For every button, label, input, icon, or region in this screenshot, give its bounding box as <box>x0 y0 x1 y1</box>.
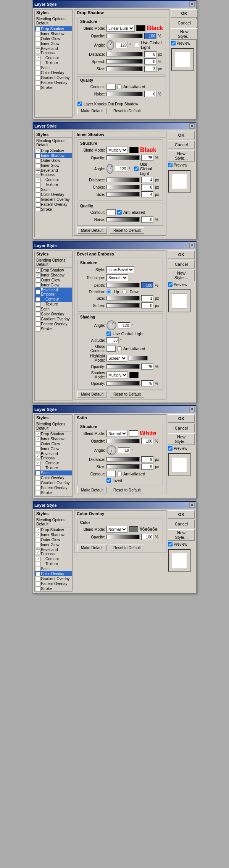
inner-glow-cb-4[interactable] <box>36 447 40 451</box>
satin-cb-2[interactable] <box>36 188 40 192</box>
style-gradient-overlay[interactable]: Gradient Overlay <box>35 75 72 80</box>
texture-cb-4[interactable] <box>36 466 40 470</box>
distance-slider-4[interactable] <box>106 457 140 462</box>
style-gradient-5[interactable]: Gradient Overlay <box>35 576 72 581</box>
drop-shadow-cb-2[interactable] <box>36 149 40 153</box>
inner-shadow-cb-4[interactable] <box>36 437 40 441</box>
angle-input-2[interactable] <box>115 166 127 172</box>
style-pattern-overlay[interactable]: Pattern Overlay <box>35 80 72 85</box>
color-overlay-cb-4[interactable] <box>36 476 40 480</box>
style-drop-shadow[interactable]: Drop Shadow <box>35 26 72 31</box>
opacity-slider[interactable] <box>106 34 143 38</box>
style-inner-shadow-3[interactable]: Inner Shadow <box>35 273 72 278</box>
close-button-3[interactable]: ✕ <box>189 243 195 248</box>
make-default-btn-5[interactable]: Make Default <box>77 545 107 551</box>
angle-input-3[interactable] <box>118 322 130 328</box>
gradient-overlay-checkbox[interactable] <box>36 76 40 80</box>
blend-mode-select-5[interactable]: Normal <box>106 526 127 533</box>
pattern-overlay-checkbox[interactable] <box>36 81 40 85</box>
angle-dial-3[interactable] <box>106 320 116 330</box>
inner-shadow-cb-3[interactable] <box>36 273 40 278</box>
opacity-input-5[interactable] <box>141 534 153 540</box>
satin-checkbox[interactable] <box>36 66 40 70</box>
style-stroke-4[interactable]: Stroke <box>35 490 72 495</box>
gradient-cb-4[interactable] <box>36 481 40 485</box>
reset-default-btn-2[interactable]: Reset to Default <box>110 227 144 234</box>
style-contour[interactable]: Contour <box>35 55 72 60</box>
preview-checkbox-4[interactable] <box>168 446 173 451</box>
choke-input[interactable] <box>141 184 153 190</box>
drop-shadow-cb-5[interactable] <box>36 528 40 532</box>
global-light-checkbox[interactable] <box>135 43 139 47</box>
opacity-slider-5[interactable] <box>106 535 140 539</box>
soften-slider[interactable] <box>106 303 140 308</box>
stroke-cb-4[interactable] <box>36 491 40 495</box>
style-texture-2[interactable]: Texture <box>35 182 72 187</box>
make-default-btn-4[interactable]: Make Default <box>77 487 107 493</box>
ok-button-4[interactable]: OK <box>168 414 195 423</box>
new-style-button[interactable]: New Style... <box>171 28 198 40</box>
style-bevel-emboss[interactable]: Bevel and Emboss <box>35 46 72 55</box>
drop-shadow-cb-4[interactable] <box>36 432 40 436</box>
style-bevel-5[interactable]: Bevel and Emboss <box>35 547 72 556</box>
style-stroke-2[interactable]: Stroke <box>35 207 72 212</box>
gradient-cb-5[interactable] <box>36 577 40 581</box>
style-texture-5[interactable]: Texture <box>35 561 72 566</box>
color-overlay-checkbox[interactable] <box>36 71 40 75</box>
cancel-button-2[interactable]: Cancel <box>168 141 195 149</box>
size-slider-4[interactable] <box>106 464 140 469</box>
texture-cb-2[interactable] <box>36 183 40 187</box>
style-inner-glow-2[interactable]: Inner Glow <box>35 163 72 168</box>
style-stroke-3[interactable]: Stroke <box>35 327 72 331</box>
angle-dial[interactable] <box>106 40 114 50</box>
preview-checkbox-3[interactable] <box>168 282 173 287</box>
ok-button-2[interactable]: OK <box>168 131 195 139</box>
style-gradient-2[interactable]: Gradient Overlay <box>35 197 72 202</box>
size-slider[interactable] <box>106 66 143 71</box>
stroke-checkbox[interactable] <box>36 86 40 90</box>
noise-slider-2[interactable] <box>106 217 140 222</box>
highlight-mode-select[interactable]: Screen <box>106 355 127 362</box>
color-swatch-4[interactable] <box>129 430 138 436</box>
size-input-3[interactable] <box>141 295 153 301</box>
satin-cb-5[interactable] <box>36 567 40 571</box>
h-opacity-input[interactable] <box>141 364 153 370</box>
bevel-cb-5[interactable] <box>36 550 40 554</box>
style-contour-5[interactable]: Contour <box>35 556 72 561</box>
style-inner-glow[interactable]: Inner Glow <box>35 41 72 46</box>
pattern-cb-5[interactable] <box>36 582 40 586</box>
make-default-btn-3[interactable]: Make Default <box>77 391 107 398</box>
shadow-color-swatch[interactable] <box>129 372 139 378</box>
drop-shadow-cb-3[interactable] <box>36 268 40 273</box>
opacity-input-2[interactable] <box>141 155 153 161</box>
style-outer-glow-2[interactable]: Outer Glow <box>35 158 72 163</box>
style-satin-2[interactable]: Satin <box>35 187 72 192</box>
outer-glow-cb-2[interactable] <box>36 158 40 163</box>
style-color-overlay-2[interactable]: Color Overlay <box>35 192 72 197</box>
close-button-2[interactable]: ✕ <box>189 123 195 129</box>
style-inner-shadow-4[interactable]: Inner Shadow <box>35 436 72 441</box>
style-inner-shadow-2[interactable]: Inner Shadow <box>35 153 72 158</box>
style-drop-shadow-5[interactable]: Drop Shadow <box>35 527 72 532</box>
invert-checkbox[interactable] <box>106 478 111 483</box>
gradient-cb-2[interactable] <box>36 197 40 202</box>
opacity-slider-4[interactable] <box>106 439 140 443</box>
style-outer-glow-4[interactable]: Outer Glow <box>35 441 72 446</box>
reset-default-btn[interactable]: Reset to Default <box>110 108 144 114</box>
cancel-button-3[interactable]: Cancel <box>168 260 195 268</box>
style-inner-shadow[interactable]: Inner Shadow <box>35 31 72 36</box>
angle-dial-4[interactable] <box>106 445 116 455</box>
style-contour-3[interactable]: Contour <box>35 297 72 302</box>
bevel-cb-4[interactable] <box>36 454 40 458</box>
color-swatch-2[interactable] <box>129 147 139 153</box>
spread-input[interactable] <box>144 58 156 65</box>
global-light-cb-3[interactable] <box>106 331 111 336</box>
size-slider-3[interactable] <box>106 296 140 301</box>
style-color-overlay-4[interactable]: Color Overlay <box>35 475 72 480</box>
distance-input-2[interactable] <box>141 177 153 183</box>
style-texture-4[interactable]: Texture <box>35 466 72 470</box>
style-drop-shadow-4[interactable]: Drop Shadow <box>35 432 72 436</box>
stroke-cb-2[interactable] <box>36 207 40 212</box>
anti-aliased-cb-2[interactable] <box>117 210 122 215</box>
distance-input[interactable] <box>144 51 156 57</box>
